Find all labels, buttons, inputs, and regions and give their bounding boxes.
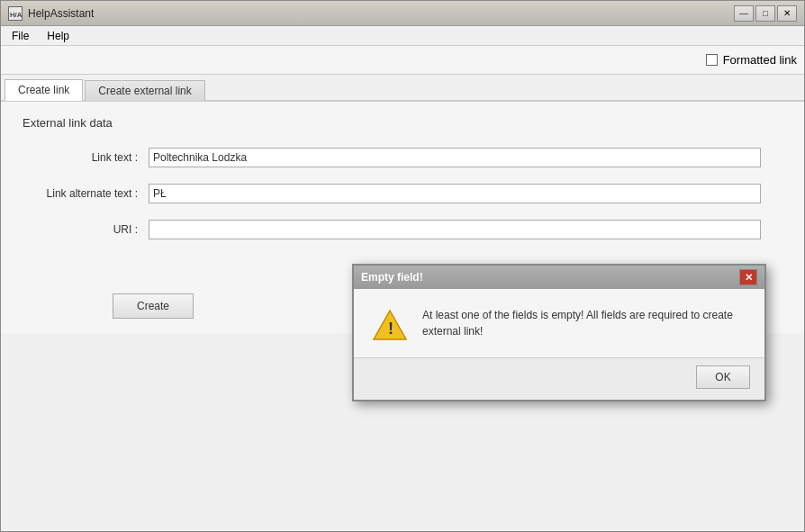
modal-ok-button[interactable]: OK xyxy=(696,365,750,389)
title-bar-left: H/A HelpAssistant xyxy=(8,6,94,21)
toolbar: Formatted link xyxy=(1,46,804,75)
window-controls: — □ ✕ xyxy=(734,5,797,22)
menu-bar: File Help xyxy=(1,26,804,46)
modal-footer: OK xyxy=(354,357,764,400)
warning-icon: ! xyxy=(372,307,408,343)
modal-message: At least one of the fields is empty! All… xyxy=(422,307,746,339)
modal-title-bar: Empty field! ✕ xyxy=(354,266,764,289)
menu-file[interactable]: File xyxy=(5,28,36,44)
formatted-link-label: Formatted link xyxy=(723,53,797,67)
close-button[interactable]: ✕ xyxy=(777,5,797,22)
formatted-link-checkbox[interactable] xyxy=(706,54,718,66)
app-logo: H/A xyxy=(8,6,23,21)
title-bar: H/A HelpAssistant — □ ✕ xyxy=(1,1,804,26)
modal-close-button[interactable]: ✕ xyxy=(739,269,757,285)
minimize-button[interactable]: — xyxy=(734,5,754,22)
svg-text:H/A: H/A xyxy=(10,10,22,18)
svg-text:!: ! xyxy=(388,320,393,338)
tab-create-link[interactable]: Create link xyxy=(5,79,83,101)
modal-dialog: Empty field! ✕ ! At least one of the fie… xyxy=(352,264,766,401)
formatted-link-area: Formatted link xyxy=(706,53,797,67)
tab-create-external-link[interactable]: Create external link xyxy=(85,80,204,101)
modal-overlay: Empty field! ✕ ! At least one of the fie… xyxy=(1,102,804,531)
modal-title: Empty field! xyxy=(361,271,423,284)
content-area: External link data Link text : Link alte… xyxy=(1,102,804,531)
maximize-button[interactable]: □ xyxy=(755,5,775,22)
menu-help[interactable]: Help xyxy=(40,28,77,44)
tab-bar: Create link Create external link xyxy=(1,75,804,102)
modal-body: ! At least one of the fields is empty! A… xyxy=(354,289,764,357)
app-window: H/A HelpAssistant — □ ✕ File Help Format… xyxy=(0,0,805,532)
window-title: HelpAssistant xyxy=(28,7,94,20)
